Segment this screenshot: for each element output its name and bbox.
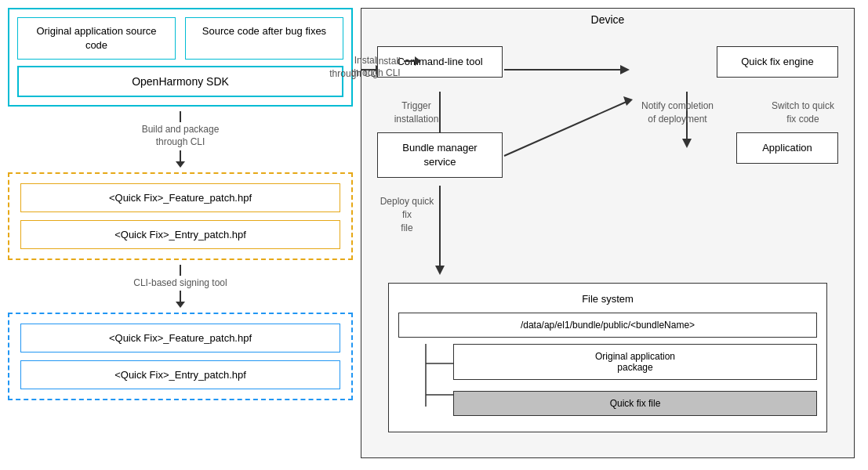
- path-box: /data/ap/el1/bundle/public/<bundleName>: [398, 313, 817, 338]
- device-label-text: Device: [591, 13, 625, 26]
- application-box: Application: [736, 132, 838, 164]
- install-through-label: Install through CLI: [351, 43, 401, 80]
- original-pkg-label: Original application package: [595, 351, 675, 373]
- original-source-box: Original application source code: [17, 17, 176, 60]
- quick-fix-engine-label: Quick fix engine: [741, 56, 814, 67]
- entry-patch-label-1: <Quick Fix>_Entry_patch.hpf: [114, 229, 246, 240]
- feature-patch-label-1: <Quick Fix>_Feature_patch.hpf: [109, 192, 252, 204]
- entry-patch-box-1: <Quick Fix>_Entry_patch.hpf: [20, 220, 340, 249]
- deploy-label-text: Deploy quick fix file: [380, 196, 434, 233]
- switch-quick-fix-label: Switch to quick fix code: [768, 99, 838, 126]
- signing-label-text: CLI-based signing tool: [8, 277, 353, 290]
- tree-structure: Original application package Quick fix f…: [398, 344, 817, 416]
- build-label-text: Build and package through CLI: [8, 124, 353, 148]
- path-text: /data/ap/el1/bundle/public/<bundleName>: [521, 320, 695, 331]
- bundle-manager-box: Bundle manager service: [377, 132, 503, 178]
- teal-container: Original application source code Source …: [8, 8, 353, 107]
- svg-marker-7: [623, 96, 633, 106]
- quick-fix-engine-box: Quick fix engine: [717, 46, 838, 78]
- quick-fix-file-label: Quick fix file: [610, 398, 661, 409]
- feature-patch-box-2: <Quick Fix>_Feature_patch.hpf: [20, 324, 340, 352]
- filesystem-label-text: File system: [582, 293, 634, 305]
- signing-label-area: CLI-based signing tool: [8, 260, 353, 310]
- sdk-label: OpenHarmony SDK: [132, 75, 229, 88]
- right-panel: Device: [361, 8, 855, 458]
- sdk-box: OpenHarmony SDK: [17, 66, 343, 97]
- install-through-text: Install through CLI: [351, 56, 401, 79]
- trigger-installation-label: Trigger installation: [385, 99, 448, 126]
- top-boxes: Original application source code Source …: [17, 17, 343, 60]
- quick-fix-file-box: Quick fix file: [453, 391, 817, 416]
- svg-marker-3: [620, 65, 630, 74]
- original-source-label: Original application source code: [36, 25, 156, 51]
- tree-lines-svg: [398, 344, 453, 414]
- blue-dashed-container: <Quick Fix>_Feature_patch.hpf <Quick Fix…: [8, 313, 353, 400]
- diagram-container: Original application source code Source …: [0, 0, 868, 470]
- original-pkg-box: Original application package: [453, 344, 817, 380]
- svg-marker-9: [682, 139, 692, 148]
- feature-patch-box-1: <Quick Fix>_Feature_patch.hpf: [20, 183, 340, 212]
- build-package-label: Build and package through CLI: [8, 107, 353, 168]
- filesystem-items: Original application package Quick fix f…: [453, 344, 817, 416]
- notify-completion-label: Notify completion of deployment: [638, 99, 717, 126]
- yellow-dashed-container: <Quick Fix>_Feature_patch.hpf <Quick Fix…: [8, 172, 353, 260]
- install-arrow-line: [404, 60, 415, 62]
- device-inner: Install through CLI Command-line tool Qu…: [361, 31, 854, 451]
- install-arrow-tip: [415, 56, 421, 66]
- filesystem-box: File system /data/ap/el1/bundle/public/<…: [388, 283, 827, 432]
- source-after-fixes-label: Source code after bug fixes: [202, 25, 326, 37]
- left-panel: Original application source code Source …: [8, 8, 353, 458]
- feature-patch-label-2: <Quick Fix>_Feature_patch.hpf: [109, 332, 252, 344]
- bundle-manager-label: Bundle manager service: [402, 142, 477, 168]
- install-arrow-area: Install through CLI: [351, 43, 421, 80]
- entry-patch-label-2: <Quick Fix>_Entry_patch.hpf: [114, 369, 246, 381]
- svg-marker-11: [435, 266, 445, 275]
- notify-completion-text: Notify completion of deployment: [641, 100, 714, 125]
- application-label: Application: [762, 142, 812, 154]
- filesystem-label: File system: [398, 293, 817, 305]
- trigger-installation-text: Trigger installation: [394, 100, 439, 125]
- device-label: Device: [361, 9, 854, 31]
- deploy-label: Deploy quick fix file: [376, 195, 438, 234]
- entry-patch-box-2: <Quick Fix>_Entry_patch.hpf: [20, 360, 340, 389]
- svg-line-6: [504, 101, 628, 156]
- switch-quick-fix-text: Switch to quick fix code: [772, 100, 834, 125]
